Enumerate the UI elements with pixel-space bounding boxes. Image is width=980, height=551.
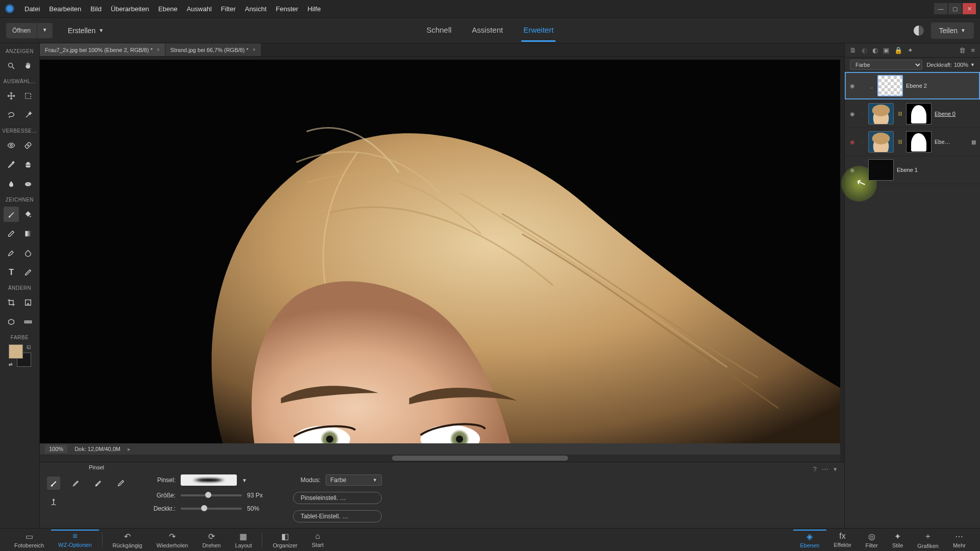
bb-layers[interactable]: ◈Ebenen	[793, 530, 827, 549]
magic-wand-tool[interactable]	[20, 108, 36, 123]
tab-guided[interactable]: Assistent	[470, 19, 505, 42]
recompose-tool[interactable]	[20, 295, 36, 310]
tablet-settings-button[interactable]: Tablet-Einstell. …	[293, 510, 382, 522]
mask-icon[interactable]: ▣	[883, 46, 889, 54]
brush-variant-brush[interactable]	[47, 477, 60, 490]
layer-name[interactable]: Ebene 0	[935, 111, 976, 117]
layer-mask-thumbnail[interactable]	[906, 131, 932, 153]
opacity-value[interactable]: 50%	[247, 505, 273, 512]
menu-hilfe[interactable]: Hilfe	[307, 5, 321, 13]
eyedropper-tool[interactable]	[4, 245, 19, 261]
clone-stamp-tool[interactable]	[20, 157, 36, 172]
collapse-icon[interactable]: ▾	[834, 465, 837, 473]
layer-row[interactable]: ◉ · ⛓ Ebe… ▩	[845, 128, 980, 156]
tab-quick[interactable]: Schnell	[424, 19, 453, 42]
layer-thumbnail[interactable]	[868, 159, 894, 181]
adjustment-layer-icon[interactable]: ◐	[872, 46, 878, 54]
layer-thumbnail[interactable]	[877, 75, 903, 96]
bb-tool-options[interactable]: ≡WZ-Optionen	[51, 530, 99, 549]
layer-name[interactable]: Ebene 1	[897, 167, 976, 173]
eraser-tool[interactable]	[4, 226, 19, 241]
help-icon[interactable]: ?	[813, 465, 817, 473]
visibility-toggle-icon[interactable]: ◉	[849, 167, 856, 173]
fx-icon[interactable]: ✦	[908, 46, 913, 54]
lock-icon[interactable]: 🔒	[894, 46, 902, 54]
menu-datei[interactable]: Datei	[24, 5, 40, 13]
bb-filters[interactable]: ◎Filter	[859, 531, 885, 549]
new-layer-icon[interactable]: 🗎	[850, 46, 856, 54]
scrollbar-thumb[interactable]	[392, 456, 568, 461]
lock-indicator-icon[interactable]: ·	[859, 111, 865, 116]
type-tool[interactable]: T	[4, 265, 19, 280]
bb-start[interactable]: ⌂Start	[305, 531, 331, 549]
swap-colors-icon[interactable]: ⇄	[9, 362, 13, 367]
move-tool[interactable]	[4, 88, 19, 104]
visibility-toggle-icon[interactable]: ◉	[849, 139, 856, 145]
lock-indicator-icon[interactable]: ·	[859, 167, 865, 172]
create-button[interactable]: Erstellen ▼	[60, 22, 112, 39]
brush-settings-button[interactable]: Pinseleinstell. …	[293, 492, 382, 504]
straighten-tool[interactable]	[20, 314, 36, 330]
opacity-slider[interactable]	[181, 508, 242, 510]
smart-brush-tool[interactable]	[4, 157, 19, 172]
link-icon[interactable]: ⛓	[897, 111, 903, 116]
brush-variant-color-replace[interactable]	[92, 477, 105, 490]
size-value[interactable]: 93 Px	[247, 492, 273, 499]
layer-opacity-value[interactable]: 100%	[954, 62, 968, 68]
lasso-tool[interactable]	[4, 108, 19, 123]
bb-photobin[interactable]: ▭Fotobereich	[7, 531, 51, 549]
zoom-tool[interactable]	[4, 58, 19, 73]
layer-name[interactable]: Ebene 2	[906, 83, 976, 89]
doc-tab-2[interactable]: Strand.jpg bei 66,7% (RGB/8) * ×	[165, 43, 261, 56]
fx-badge-icon[interactable]: ▩	[971, 139, 976, 145]
chevron-down-icon[interactable]: ▼	[970, 62, 975, 67]
layer-row[interactable]: ◉ · ⎯ Ebene 2	[845, 72, 980, 100]
horizontal-scrollbar[interactable]	[40, 455, 840, 462]
eye-tool[interactable]	[4, 138, 19, 153]
layer-mask-thumbnail[interactable]	[906, 103, 932, 124]
bb-graphics[interactable]: ＋Grafiken	[910, 530, 946, 550]
bb-organizer[interactable]: ◧Organizer	[265, 531, 304, 549]
tab-expert[interactable]: Erweitert	[521, 19, 555, 42]
status-caret-icon[interactable]: ▸	[128, 446, 131, 453]
lock-indicator-icon[interactable]: ·	[859, 83, 865, 88]
menu-filter[interactable]: Filter	[221, 5, 236, 13]
visibility-toggle-icon[interactable]: ◉	[849, 111, 856, 117]
mode-select[interactable]: Farbe ▼	[326, 474, 382, 486]
bb-layout[interactable]: ▦Layout	[228, 531, 259, 549]
close-tab-icon[interactable]: ×	[253, 47, 256, 53]
size-slider[interactable]	[181, 494, 242, 496]
minimize-button[interactable]: —	[934, 3, 947, 14]
layer-thumbnail[interactable]	[868, 103, 894, 124]
delete-layer-icon[interactable]: 🗑	[959, 46, 966, 54]
lock-indicator-icon[interactable]: ·	[859, 139, 865, 144]
blur-tool[interactable]	[4, 177, 19, 192]
maximize-button[interactable]: ▢	[948, 3, 962, 14]
sponge-tool[interactable]	[20, 177, 36, 192]
brush-preview[interactable]	[181, 474, 237, 486]
shape-tool[interactable]	[20, 245, 36, 261]
spot-heal-tool[interactable]	[20, 138, 36, 153]
menu-bild[interactable]: Bild	[90, 5, 102, 13]
paint-bucket-tool[interactable]	[20, 207, 36, 222]
brush-preset-dropdown-icon[interactable]: ▼	[242, 478, 247, 483]
theme-toggle-icon[interactable]	[914, 26, 924, 36]
link-icon[interactable]: ⎯	[868, 83, 874, 88]
brush-variant-impressionist[interactable]	[69, 477, 83, 490]
link-icon[interactable]: ⛓	[897, 139, 903, 144]
visibility-toggle-icon[interactable]: ◉	[849, 83, 856, 89]
layer-name[interactable]: Ebe…	[935, 139, 968, 145]
default-colors-icon[interactable]: ◱	[27, 344, 31, 349]
close-tab-icon[interactable]: ×	[157, 47, 160, 53]
menu-ueberarbeiten[interactable]: Überarbeiten	[111, 5, 149, 13]
close-button[interactable]: ✕	[963, 3, 976, 14]
bb-styles[interactable]: ✦Stile	[885, 531, 910, 549]
gradient-tool[interactable]	[20, 226, 36, 241]
menu-fenster[interactable]: Fenster	[276, 5, 298, 13]
new-group-icon[interactable]: ◐	[862, 46, 867, 54]
brush-variant-pencil[interactable]	[114, 477, 128, 490]
bb-redo[interactable]: ↷Wiederholen	[150, 531, 195, 549]
bb-undo[interactable]: ↶Rückgängig	[106, 531, 150, 549]
menu-bearbeiten[interactable]: Bearbeiten	[49, 5, 81, 13]
panel-menu-icon[interactable]: ≡	[971, 46, 975, 54]
